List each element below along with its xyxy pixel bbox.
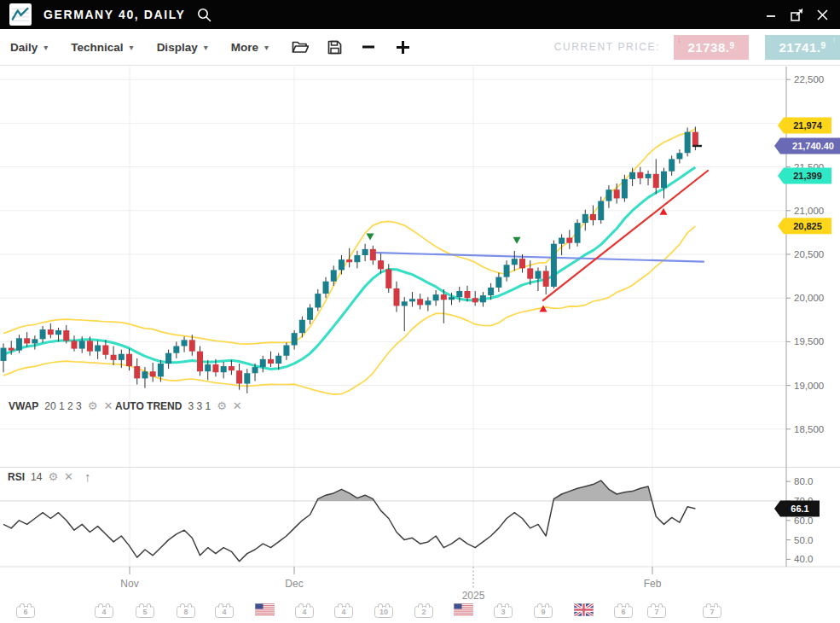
gear-icon[interactable]: ⚙ [88,401,98,411]
chevron-down-icon: ▾ [264,43,269,52]
price-chart[interactable]: 22,50022,00021,50021,00020,50020,00019,5… [0,67,840,623]
close-button[interactable] [814,7,830,22]
flag-uk-icon[interactable] [574,603,594,616]
svg-text:40.0: 40.0 [794,554,813,564]
more-menu[interactable]: More▾ [231,41,269,54]
vwap-params: 20 1 2 3 [44,400,81,412]
autotrend-indicator-row: AUTO TREND 3 3 1 ⚙ ✕ [115,400,242,412]
svg-text:Dec: Dec [285,578,303,590]
open-folder-icon[interactable] [292,40,309,54]
svg-text:22,500: 22,500 [794,74,824,84]
flag-us-icon[interactable] [454,603,473,616]
arrow-up-icon: ↑ [832,36,837,44]
autotrend-label: AUTO TREND [115,400,182,412]
svg-text:19,500: 19,500 [794,336,824,346]
calendar-event-icon[interactable]: 6 [614,606,633,618]
arrow-down-icon: ↓ [677,36,682,44]
zoom-in-icon[interactable] [395,39,411,55]
svg-text:21,000: 21,000 [794,206,824,216]
svg-text:66.1: 66.1 [791,504,808,514]
calendar-event-icon[interactable]: 9 [534,606,553,618]
title-bar: GERMANY 40, DAILY [0,0,840,29]
calendar-event-icon[interactable]: 4 [215,606,234,618]
calendar-event-icon[interactable]: 2 [414,606,433,618]
current-price-area: CURRENT PRICE: ↓ 21738.9 21741.9 ↑ [554,35,840,60]
gear-icon[interactable]: ⚙ [48,472,58,482]
calendar-event-icon[interactable]: 10 [374,606,393,618]
rsi-indicator-row: RSI 14 ⚙ ✕ ↑ [8,471,90,483]
svg-text:21,399: 21,399 [793,171,822,181]
vwap-line [3,167,695,370]
svg-text:18,500: 18,500 [794,424,824,434]
time-axis: NovDec2025Feb [120,567,661,602]
window-title: GERMANY 40, DAILY [43,8,185,21]
rsi-plot [3,480,695,562]
vwap-indicator-row: VWAP 20 1 2 3 ⚙ ✕ [9,400,113,412]
close-icon[interactable]: ✕ [233,401,242,411]
calendar-event-icon[interactable]: 8 [177,606,195,618]
svg-text:60.0: 60.0 [794,515,813,526]
calendar-event-icon[interactable]: 5 [136,606,154,618]
svg-text:21,974: 21,974 [793,120,823,131]
svg-text:2025: 2025 [462,590,485,602]
buy-price-button[interactable]: 21741.9 ↑ [765,35,840,60]
chevron-down-icon: ▾ [204,43,208,52]
calendar-event-icon[interactable]: 4 [95,606,113,618]
calendar-event-icon[interactable]: 3 [494,606,513,618]
chevron-down-icon: ▾ [43,43,48,52]
sell-price-button[interactable]: ↓ 21738.9 [674,35,749,60]
svg-text:Nov: Nov [120,578,138,590]
chart-area: 22,50022,00021,50021,00020,50020,00019,5… [0,67,840,623]
close-icon[interactable]: ✕ [103,401,113,411]
expand-up-icon[interactable]: ↑ [84,472,91,482]
current-price-label: CURRENT PRICE: [554,41,660,53]
save-icon[interactable] [327,40,342,55]
svg-text:20,825: 20,825 [793,221,822,231]
calendar-event-icon[interactable]: 6 [16,606,35,618]
calendar-event-icon[interactable]: 4 [334,606,353,618]
price-axis-badges: 21,97421,740.4021,39920,82566.1 [774,118,840,517]
trading-app-window: GERMANY 40, DAILY Daily▾ Technical▾ Disp… [0,0,840,623]
calendar-event-icon[interactable]: 4 [295,606,314,618]
rsi-label: RSI [8,471,25,483]
popout-button[interactable] [789,7,804,22]
chart-toolbar: Daily▾ Technical▾ Display▾ More▾ CURRENT… [0,29,840,66]
app-logo-icon [9,3,32,26]
svg-text:20,500: 20,500 [794,249,824,259]
chevron-down-icon: ▾ [130,43,134,52]
grid-lines [0,67,840,567]
svg-text:Feb: Feb [644,578,662,590]
svg-text:21,740.40: 21,740.40 [792,141,834,151]
calendar-event-icon[interactable]: 7 [647,606,666,618]
autotrend-params: 3 3 1 [188,400,211,412]
search-icon[interactable] [197,8,211,22]
gear-icon[interactable]: ⚙ [217,401,227,411]
svg-text:80.0: 80.0 [794,476,813,486]
svg-text:19,000: 19,000 [794,381,824,391]
close-icon[interactable]: ✕ [64,472,73,482]
display-menu[interactable]: Display▾ [157,41,208,54]
minimize-button[interactable] [763,7,779,22]
economic-calendar-row: 645844410239677 [0,603,840,623]
rsi-params: 14 [31,471,42,483]
calendar-event-icon[interactable]: 7 [703,606,721,618]
technical-menu[interactable]: Technical▾ [71,41,133,54]
svg-text:20,000: 20,000 [794,293,824,303]
svg-text:50.0: 50.0 [794,535,813,545]
vwap-label: VWAP [9,400,38,412]
zoom-out-icon[interactable] [361,39,376,55]
timeframe-menu[interactable]: Daily▾ [10,41,48,54]
flag-us-icon[interactable] [255,603,275,616]
